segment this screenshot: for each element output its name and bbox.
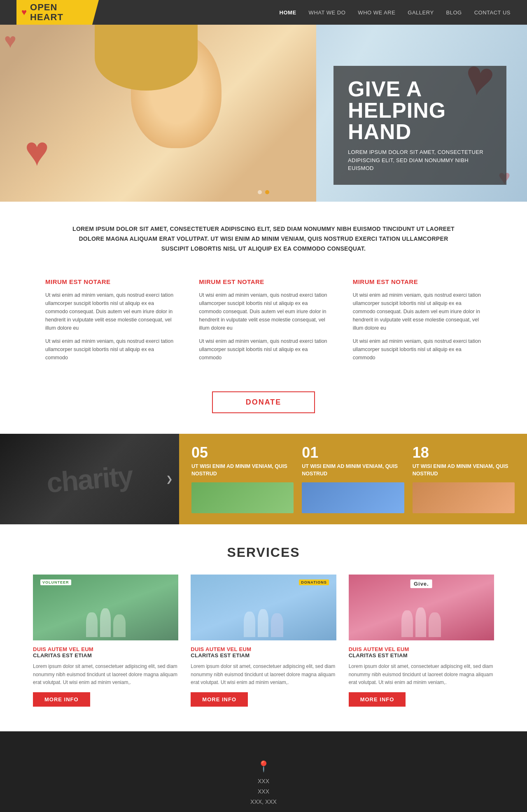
nav-item-contact[interactable]: CONTACT US xyxy=(474,9,511,16)
hero-title: GIVE A HELPING HAND xyxy=(348,78,492,142)
service-card-1: VOLUNTEER DUIS AUTEM VEL EUM CLARITAS ES… xyxy=(33,575,178,707)
service-card-2: DONATIONS DUIS AUTEM VEL EUM CLARITAS ES… xyxy=(191,575,336,707)
hero-background: ♥ ♥ ♥ ♥ GIVE A HELPING HAND LOREM IPSUM … xyxy=(0,25,527,202)
hero-child-image xyxy=(0,25,316,202)
stat-item-1: 05 Ut wisi enim ad minim veniam, quis no… xyxy=(191,444,294,513)
nav-item-home[interactable]: HOME xyxy=(280,9,296,16)
nav-item-blog[interactable]: BLOG xyxy=(446,9,462,16)
service-more-info-btn-2[interactable]: MORE INFO xyxy=(191,692,248,707)
service-card-3: Give. DUIS AUTEM VEL EUM CLARITAS EST ET… xyxy=(349,575,494,707)
stat-item-2: 01 Ut wisi enim ad minim veniam, quis no… xyxy=(302,444,404,513)
feature-para-1-2: Ut wisi enim ad minim veniam, quis nostr… xyxy=(45,337,174,362)
donate-button[interactable]: DONATE xyxy=(212,391,315,413)
stat-thumb-3 xyxy=(413,482,515,513)
feature-col-1: MIRUM EST NOTARE Ut wisi enim ad minim v… xyxy=(33,278,187,367)
stat-desc-3: Ut wisi enim ad minim veniam, quis nostr… xyxy=(413,463,515,477)
stat-thumb-1 xyxy=(191,482,294,513)
services-grid: VOLUNTEER DUIS AUTEM VEL EUM CLARITAS ES… xyxy=(33,575,494,707)
footer-address-line-3: XXX, XXX xyxy=(0,797,527,807)
nav-item-gallery[interactable]: GALLERY xyxy=(408,9,434,16)
dot-2[interactable] xyxy=(265,190,269,194)
feature-para-2-2: Ut wisi enim ad minim veniam, quis nostr… xyxy=(199,337,328,362)
stat-item-3: 18 Ut wisi enim ad minim veniam, quis no… xyxy=(413,444,515,513)
stats-image: charity ❯ xyxy=(0,434,179,524)
service-heading-1: DUIS AUTEM VEL EUM xyxy=(33,646,178,652)
feature-heading-3: MIRUM EST NOTARE xyxy=(353,278,482,285)
footer-address-line-2: XXX xyxy=(0,786,527,797)
slider-arrow-icon[interactable]: ❯ xyxy=(166,474,173,484)
intro-section: LOREM IPSUM DOLOR SIT AMET, CONSECTETUER… xyxy=(0,202,527,274)
hero-dots xyxy=(258,190,269,194)
nav-links: HOME WHAT WE DO WHO WE ARE GALLERY BLOG … xyxy=(280,9,511,16)
service-heading-2: DUIS AUTEM VEL EUM xyxy=(191,646,336,652)
service-text-2: Lorem ipsum dolor sit amet, consectetuer… xyxy=(191,663,336,686)
feature-para-3-2: Ut wisi enim ad minim veniam, quis nostr… xyxy=(353,337,482,362)
feature-heading-2: MIRUM EST NOTARE xyxy=(199,278,328,285)
footer: 📍 XXX XXX XXX, XXX COPYRIGHT © 2020.COMP… xyxy=(0,731,527,812)
nav-item-what-we-do[interactable]: WHAT WE DO xyxy=(309,9,346,16)
hero-section: ♥ ♥ ♥ ♥ GIVE A HELPING HAND LOREM IPSUM … xyxy=(0,25,527,202)
feature-heading-1: MIRUM EST NOTARE xyxy=(45,278,174,285)
service-more-info-btn-3[interactable]: MORE INFO xyxy=(349,692,406,707)
services-title: SERVICES xyxy=(33,545,494,560)
stat-desc-1: Ut wisi enim ad minim veniam, quis nostr… xyxy=(191,463,294,477)
service-image-2: DONATIONS xyxy=(191,575,336,640)
intro-text: LOREM IPSUM DOLOR SIT AMET, CONSECTETUER… xyxy=(66,224,461,254)
service-subheading-1: CLARITAS EST ETIAM xyxy=(33,652,178,658)
logo-heart-icon: ♥ xyxy=(21,7,27,18)
stat-thumb-2 xyxy=(302,482,404,513)
service-image-3: Give. xyxy=(349,575,494,640)
service-subheading-2: CLARITAS EST ETIAM xyxy=(191,652,336,658)
hero-subtitle: LOREM IPSUM DOLOR SIT AMET, CONSECTETUER… xyxy=(348,148,492,172)
hero-overlay: GIVE A HELPING HAND LOREM IPSUM DOLOR SI… xyxy=(333,66,506,185)
service-subheading-3: CLARITAS EST ETIAM xyxy=(349,652,494,658)
donate-section: DONATE xyxy=(0,383,527,434)
navbar: ♥ OPEN HEART HOME WHAT WE DO WHO WE ARE … xyxy=(0,0,527,25)
stat-number-1: 05 xyxy=(191,444,294,461)
feature-para-1-1: Ut wisi enim ad minim veniam, quis nostr… xyxy=(45,291,174,332)
feature-para-2-1: Ut wisi enim ad minim veniam, quis nostr… xyxy=(199,291,328,332)
footer-address-line-1: XXX xyxy=(0,776,527,786)
dot-1[interactable] xyxy=(258,190,262,194)
stats-section: charity ❯ 05 Ut wisi enim ad minim venia… xyxy=(0,434,527,524)
stat-desc-2: Ut wisi enim ad minim veniam, quis nostr… xyxy=(302,463,404,477)
feature-col-2: MIRUM EST NOTARE Ut wisi enim ad minim v… xyxy=(187,278,340,367)
service-heading-3: DUIS AUTEM VEL EUM xyxy=(349,646,494,652)
service-text-3: Lorem ipsum dolor sit amet, consectetuer… xyxy=(349,663,494,686)
logo-text: OPEN HEART xyxy=(30,2,63,22)
feature-col-3: MIRUM EST NOTARE Ut wisi enim ad minim v… xyxy=(340,278,494,367)
feature-para-3-1: Ut wisi enim ad minim veniam, quis nostr… xyxy=(353,291,482,332)
services-section: SERVICES VOLUNTEER DUIS AUTEM VEL EUM CL… xyxy=(0,524,527,731)
stat-number-3: 18 xyxy=(413,444,515,461)
footer-address: 📍 XXX XXX XXX, XXX xyxy=(0,752,527,812)
map-pin-icon: 📍 xyxy=(0,760,527,773)
charity-watermark: charity xyxy=(45,459,134,499)
features-section: MIRUM EST NOTARE Ut wisi enim ad minim v… xyxy=(0,274,527,383)
charity-image: charity xyxy=(0,434,179,524)
service-more-info-btn-1[interactable]: MORE INFO xyxy=(33,692,90,707)
stat-number-2: 01 xyxy=(302,444,404,461)
service-image-1: VOLUNTEER xyxy=(33,575,178,640)
stats-numbers: 05 Ut wisi enim ad minim veniam, quis no… xyxy=(179,434,527,524)
service-text-1: Lorem ipsum dolor sit amet, consectetuer… xyxy=(33,663,178,686)
logo[interactable]: ♥ OPEN HEART xyxy=(16,0,99,25)
nav-item-who-we-are[interactable]: WHO WE ARE xyxy=(358,9,395,16)
